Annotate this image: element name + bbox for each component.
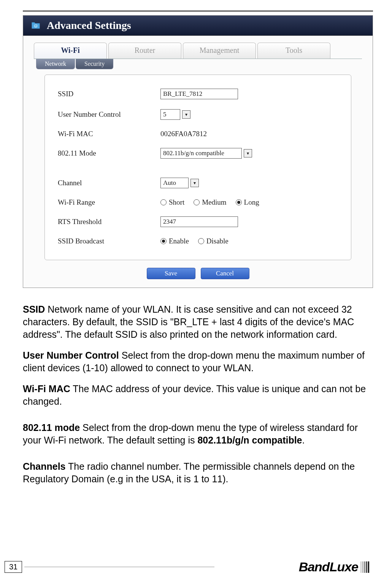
para-80211-mode: 802.11 mode Select from the drop-down me… (23, 421, 373, 447)
label-channel: Channel (58, 179, 160, 187)
para-channels: Channels The radio channel number. The p… (23, 460, 373, 485)
radio-label: Medium (202, 198, 226, 207)
term-mode: 802.11 mode (23, 422, 80, 433)
row-channel: Channel Auto ▾ (58, 174, 338, 192)
term-channels: Channels (23, 461, 66, 472)
save-button[interactable]: Save (147, 268, 195, 279)
chevron-down-icon[interactable]: ▾ (190, 179, 199, 187)
row-rts-threshold: RTS Threshold 2347 (58, 213, 338, 231)
radio-label: Disable (206, 237, 229, 245)
channel-select[interactable]: Auto (160, 178, 189, 188)
radio-icon (236, 199, 242, 205)
row-wifi-mac: Wi-Fi MAC 0026FA0A7812 (58, 126, 338, 142)
chevron-down-icon[interactable]: ▾ (244, 149, 252, 157)
subtab-security[interactable]: Security (76, 59, 113, 69)
text-ssid: Network name of your WLAN. It is case se… (23, 304, 354, 340)
tab-management[interactable]: Management (183, 43, 256, 59)
main-tabs: Wi-Fi Router Management Tools (34, 43, 362, 59)
wifi-range-short[interactable]: Short (160, 198, 184, 207)
tab-wifi[interactable]: Wi-Fi (34, 43, 107, 59)
radio-icon (160, 199, 167, 205)
label-user-number-control: User Number Control (58, 110, 160, 119)
ssid-input[interactable]: BR_LTE_7812 (160, 89, 238, 99)
doc-body-text: SSID Network name of your WLAN. It is ca… (23, 303, 373, 485)
user-number-select[interactable]: 5 (160, 109, 180, 120)
ssid-broadcast-radio-group: Enable Disable (160, 237, 229, 245)
radio-icon (194, 199, 200, 205)
para-user-number-control: User Number Control Select from the drop… (23, 349, 373, 374)
subtab-network[interactable]: Network (36, 59, 75, 69)
row-ssid: SSID BR_LTE_7812 (58, 85, 338, 103)
row-80211-mode: 802.11 Mode 802.11b/g/n compatible ▾ (58, 144, 338, 162)
label-wifi-range: Wi-Fi Range (58, 198, 160, 207)
tab-tools[interactable]: Tools (257, 43, 330, 59)
row-user-number-control: User Number Control 5 ▾ (58, 105, 338, 124)
term-mac: Wi-Fi MAC (23, 383, 70, 394)
wifi-range-radio-group: Short Medium Long (160, 198, 259, 207)
label-wifi-mac: Wi-Fi MAC (58, 130, 160, 138)
80211-mode-select[interactable]: 802.11b/g/n compatible (160, 148, 242, 159)
rts-threshold-input[interactable]: 2347 (160, 216, 238, 227)
tab-area: Wi-Fi Router Management Tools Network Se… (23, 36, 373, 288)
row-wifi-range: Wi-Fi Range Short Medium (58, 194, 338, 210)
term-mode-default: 802.11b/g/n compatible (197, 435, 302, 445)
radio-label: Short (169, 198, 184, 207)
wifi-range-medium[interactable]: Medium (194, 198, 226, 207)
term-unc: User Number Control (23, 350, 119, 361)
text-channels: The radio channel number. The permissibl… (23, 461, 355, 484)
wifi-range-long[interactable]: Long (236, 198, 259, 207)
text-mode-3: . (302, 435, 305, 445)
term-ssid: SSID (23, 304, 45, 315)
settings-folder-icon (30, 20, 41, 31)
brand-logo: BandLuxe (299, 560, 369, 574)
label-80211-mode: 802.11 Mode (58, 149, 160, 157)
top-horizontal-rule (23, 11, 373, 11)
chevron-down-icon[interactable]: ▾ (182, 110, 190, 119)
cancel-button[interactable]: Cancel (201, 268, 249, 279)
ssid-broadcast-enable[interactable]: Enable (160, 237, 189, 245)
label-ssid-broadcast: SSID Broadcast (58, 237, 160, 245)
tab-router[interactable]: Router (108, 43, 181, 59)
radio-label: Enable (169, 237, 189, 245)
radio-icon (160, 238, 167, 244)
router-settings-panel: Advanced Settings Wi-Fi Router Managemen… (23, 15, 373, 288)
radio-label: Long (244, 198, 259, 207)
page-footer: 31 BandLuxe (0, 560, 392, 574)
para-wifi-mac: Wi-Fi MAC The MAC address of your device… (23, 383, 373, 408)
label-rts-threshold: RTS Threshold (58, 218, 160, 226)
button-row: Save Cancel (34, 260, 362, 288)
brand-stripes-icon (360, 561, 369, 573)
label-ssid: SSID (58, 90, 160, 98)
text-mac: The MAC address of your device. This val… (23, 383, 366, 407)
page-number: 31 (5, 561, 22, 573)
ssid-broadcast-disable[interactable]: Disable (198, 237, 229, 245)
row-ssid-broadcast: SSID Broadcast Enable Disable (58, 233, 338, 249)
para-ssid: SSID Network name of your WLAN. It is ca… (23, 303, 373, 341)
wifi-mac-value: 0026FA0A7812 (160, 130, 207, 138)
sub-tabs: Network Security (34, 59, 362, 69)
panel-titlebar: Advanced Settings (23, 16, 373, 36)
panel-title: Advanced Settings (47, 19, 131, 32)
footer-divider (24, 567, 214, 567)
form-area: SSID BR_LTE_7812 User Number Control 5 ▾… (44, 75, 351, 260)
radio-icon (198, 238, 204, 244)
brand-text: BandLuxe (299, 560, 358, 574)
